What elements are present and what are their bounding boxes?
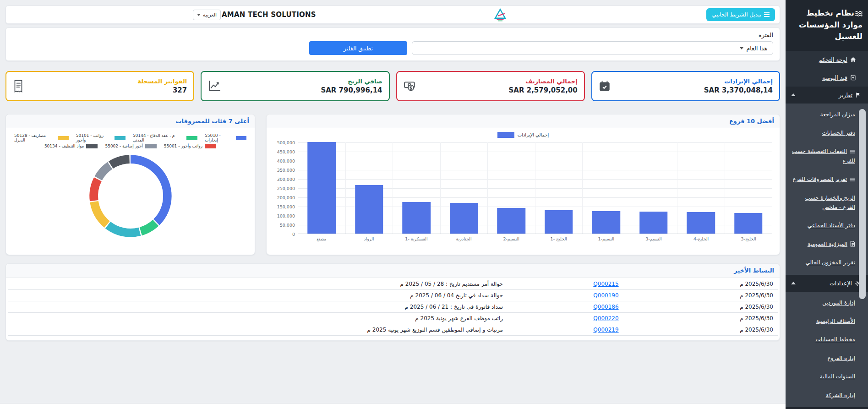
hamburger-icon xyxy=(764,12,770,17)
sidebar-subitem-label: إدارة الفروع xyxy=(827,355,855,361)
stat-card-invoices: الفواتير المسجلة327 xyxy=(5,71,194,101)
bar[interactable] xyxy=(355,185,383,234)
activity-reference-link[interactable]: Q000215 xyxy=(593,281,618,287)
expense-categories-chart-card: أعلى 7 فئات للمصروفات 55010 - إيجارات501… xyxy=(5,114,255,255)
sidebar-subitem-label: إدارة الموردين xyxy=(822,300,855,306)
bar[interactable] xyxy=(734,213,763,234)
activity-description: حوالة أمر مستديم تاريخ : 28 / 05 / 2025 … xyxy=(8,278,508,290)
x-axis-label: مصنع xyxy=(298,236,345,241)
home-icon xyxy=(850,57,856,63)
bar[interactable] xyxy=(639,212,668,234)
sidebar-subitem[interactable]: تقرير المصروفات للفرع xyxy=(786,170,868,188)
legend-item[interactable]: 55001 - رواتب وأجور xyxy=(164,144,216,148)
stat-card-profit: صافي الربحSAR 790,996,14 xyxy=(201,71,389,101)
sidebar-item[interactable]: لوحة التحكم xyxy=(786,51,868,69)
legend-item[interactable]: مواد التنظيف - 50134 xyxy=(44,144,98,148)
activity-reference-link[interactable]: Q000219 xyxy=(593,327,618,333)
legend-color-chip xyxy=(145,144,157,148)
sidebar-subitem[interactable]: النفقات التفصيلية حسب للفرع xyxy=(786,142,868,170)
legend-color-chip xyxy=(115,136,126,140)
sidebar-subitem[interactable]: السنوات المالية xyxy=(786,367,868,386)
doughnut-segment[interactable] xyxy=(86,151,175,241)
flag-icon xyxy=(855,92,861,98)
sidebar-subitem[interactable]: الميزانية العمومية xyxy=(786,235,868,253)
sidebar-subitem[interactable]: الربح والخسارة حسب الفرع - ملخص xyxy=(786,189,868,217)
bar[interactable] xyxy=(403,202,431,234)
sidebar: نظام تخطيط موارد المؤسسات للغسيل لوحة ال… xyxy=(786,0,868,409)
activity-date: 2025/6/30 م xyxy=(704,301,778,313)
activity-date: 2025/6/30 م xyxy=(704,278,778,290)
legend-item[interactable]: 55002 - أجور إضافية xyxy=(105,144,156,148)
sidebar-subitem[interactable]: مخطط الحسابات xyxy=(786,330,868,349)
language-select[interactable]: العربية xyxy=(193,10,221,20)
sidebar-item[interactable]: قيد اليومية xyxy=(786,69,868,87)
filter-panel: الفترة هذا العام تطبيق الفلتر xyxy=(5,27,780,61)
sidebar-subitem[interactable]: إدارة الموردين xyxy=(786,294,868,312)
legend-item[interactable]: 50144 - م . عقد الدفاع المدني xyxy=(133,133,197,142)
legend-item[interactable]: 55010 - إيجارات xyxy=(205,133,246,142)
sidebar-toggle-label: تبديل الشريط الجانبي xyxy=(712,11,761,18)
charts-row: أفضل 10 فروع إجمالي الإيرادات 050,000100… xyxy=(5,114,780,255)
bar[interactable] xyxy=(545,210,573,234)
bar-slot xyxy=(393,142,440,234)
activity-reference-link[interactable]: Q000186 xyxy=(593,304,618,310)
activity-description: حوالة سداد في تاريخ 04 / 06 / 2025 م xyxy=(8,290,508,301)
bar[interactable] xyxy=(687,212,715,234)
table-row: 2025/6/30 مQ000219مرتبات و إضافي الموظفي… xyxy=(8,324,778,336)
stat-label: صافي الربح xyxy=(321,78,382,85)
sidebar-subitem[interactable]: إدارة الفروع xyxy=(786,349,868,367)
table-row: 2025/6/30 مQ000215حوالة أمر مستديم تاريخ… xyxy=(8,278,778,290)
doughnut-segment[interactable] xyxy=(86,151,175,241)
sidebar-subitem[interactable]: دفتر الحسابات xyxy=(786,124,868,142)
top-branches-chart-title: أفضل 10 فروع xyxy=(267,115,780,128)
stat-card-expenses: إجمالي المصاريفSAR 2,579,052,00 xyxy=(396,71,585,101)
doughnut-segment[interactable] xyxy=(86,151,175,241)
period-select[interactable]: هذا العام xyxy=(412,41,773,55)
bar[interactable] xyxy=(450,203,478,234)
bar[interactable] xyxy=(592,211,621,234)
recent-activity-table: 2025/6/30 مQ000215حوالة أمر مستديم تاريخ… xyxy=(8,278,778,336)
bar[interactable] xyxy=(308,142,336,234)
legend-label: 50101 - رواتب وأجور xyxy=(76,133,112,142)
sidebar-subitem[interactable]: دفتر الأستاذ الجماعي xyxy=(786,216,868,234)
caret-up-icon xyxy=(791,93,796,96)
sidebar-subitem[interactable]: ميزان المراجعة xyxy=(786,105,868,124)
sidebar-subitem-label: مخطط الحسابات xyxy=(815,336,855,343)
doughnut-segment[interactable] xyxy=(86,151,175,241)
sidebar-section-header[interactable]: الإعدادات xyxy=(786,275,868,292)
activity-reference-link[interactable]: Q000220 xyxy=(593,315,618,322)
activity-reference-link[interactable]: Q000190 xyxy=(593,292,618,299)
legend-label: 55001 - رواتب وأجور xyxy=(164,144,202,148)
recent-activity-title: النشاط الأخير xyxy=(6,264,780,278)
activity-description: راتب موظف الفرع شهر يونية 2025 م xyxy=(8,313,508,324)
sidebar-subitem[interactable]: إدارة الشركة xyxy=(786,386,868,404)
bar-slot xyxy=(298,142,345,234)
x-axis-label: الخليج-4 xyxy=(677,236,725,241)
apply-filter-button[interactable]: تطبيق الفلتر xyxy=(309,41,407,55)
topbar: تبديل الشريط الجانبي AMAN TECH SOLUTIONS… xyxy=(5,5,780,24)
stat-label: الفواتير المسجلة xyxy=(137,78,187,85)
sidebar-toggle-button[interactable]: تبديل الشريط الجانبي xyxy=(706,8,775,21)
bar[interactable] xyxy=(497,208,526,234)
stat-value: SAR 790,996,14 xyxy=(321,86,382,94)
doughnut-segment[interactable] xyxy=(86,151,175,241)
sidebar-subitem[interactable]: الأصناف الرئيسية xyxy=(786,312,868,330)
bar-slot xyxy=(535,142,583,234)
x-axis-label: النسيم-2 xyxy=(487,236,535,241)
sidebar-subitem-label: الميزانية العمومية xyxy=(808,241,847,247)
doughnut-legend: 55010 - إيجارات50144 - م . عقد الدفاع ال… xyxy=(11,133,250,148)
list-icon xyxy=(850,177,855,182)
sidebar-scrollbar-thumb[interactable] xyxy=(859,109,866,299)
legend-label: 50144 - م . عقد الدفاع المدني xyxy=(133,133,185,142)
legend-color-chip xyxy=(497,132,514,138)
topbar-left-group: AMAN TECH SOLUTIONS العربية xyxy=(193,10,316,20)
stat-label: إجمالي المصاريف xyxy=(509,78,578,85)
legend-item[interactable]: 50128 - مصاريف الديزل xyxy=(14,133,69,142)
sidebar-subitem[interactable]: تقرير المخزون الحالي xyxy=(786,253,868,272)
sidebar-subitem-label: إدارة الشركة xyxy=(826,392,855,398)
legend-item[interactable]: 50101 - رواتب وأجور xyxy=(76,133,126,142)
y-axis-tick: 350,000 xyxy=(277,168,295,173)
sidebar-subitem-label: تقرير المصروفات للفرع xyxy=(792,176,847,182)
sidebar-section-header[interactable]: تقارير xyxy=(786,87,868,104)
bar-chart-legend[interactable]: إجمالي الإيرادات xyxy=(274,132,772,138)
